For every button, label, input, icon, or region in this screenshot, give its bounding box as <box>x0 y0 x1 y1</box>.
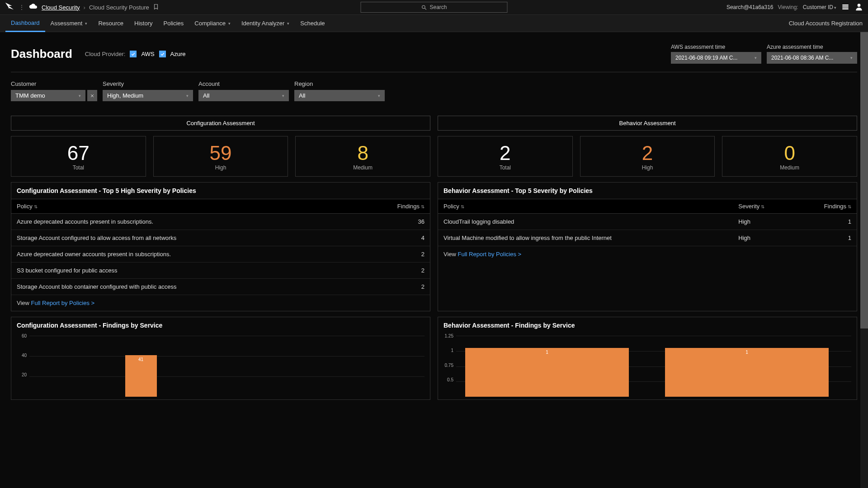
search-id: Search@41a6a316 <box>726 4 774 10</box>
nav-identity-analyzer[interactable]: Identity Analyzer▾ <box>236 15 295 32</box>
sort-icon: ⇅ <box>761 204 764 209</box>
panel-config-top5: Configuration Assessment - Top 5 High Se… <box>11 182 430 311</box>
filter-customer-label: Customer <box>11 80 97 87</box>
behavior-chart-title: Behavior Assessment - Findings by Servic… <box>438 317 857 333</box>
nav-assessment[interactable]: Assessment▾ <box>45 15 93 32</box>
svg-point-0 <box>422 5 425 9</box>
stat-config-total: 67 Total <box>11 136 146 177</box>
nav-schedule[interactable]: Schedule <box>295 15 330 32</box>
tab-behavior-assessment[interactable]: Behavior Assessment <box>438 116 857 131</box>
content-scroll[interactable]: Dashboard Cloud Provider: AWS Azure AWS … <box>0 32 868 488</box>
notifications-icon[interactable] <box>841 2 850 13</box>
search-input[interactable]: Search <box>361 2 508 13</box>
table-row[interactable]: CloudTrail logging disabledHigh1 <box>438 214 857 230</box>
table-row[interactable]: Azure deprecated owner accounts present … <box>11 246 430 263</box>
page-title: Dashboard <box>11 47 72 61</box>
nav-cloud-accounts-registration[interactable]: Cloud Accounts Registration <box>789 20 863 27</box>
viewing-dropdown[interactable]: Customer ID▾ <box>803 4 836 10</box>
breadcrumb-root[interactable]: Cloud Security <box>42 4 80 11</box>
filter-account-select[interactable]: All▾ <box>198 90 289 101</box>
behavior-col-findings[interactable]: Findings⇅ <box>794 199 857 214</box>
main-nav: Dashboard Assessment▾ Resource History P… <box>0 15 868 32</box>
scrollbar[interactable] <box>860 32 868 488</box>
table-row[interactable]: Storage Account blob container configure… <box>11 279 430 295</box>
config-col-findings[interactable]: Findings⇅ <box>354 199 430 214</box>
provider-aws: AWS <box>141 51 154 57</box>
azure-time-dropdown[interactable]: 2021-06-08 08:36 AM C...▾ <box>767 52 857 64</box>
user-avatar-icon[interactable] <box>854 2 863 13</box>
behavior-col-policy[interactable]: Policy⇅ <box>438 199 733 214</box>
search-placeholder: Search <box>429 4 447 10</box>
checkbox-azure[interactable] <box>159 51 166 57</box>
aws-time-label: AWS assessment time <box>671 44 761 50</box>
provider-azure: Azure <box>170 51 186 57</box>
cloud-icon <box>29 2 38 13</box>
breadcrumb: Cloud Security › Cloud Security Posture <box>42 4 159 11</box>
filter-region-select[interactable]: All▾ <box>294 90 385 101</box>
viewing-label: Viewing: <box>778 4 798 10</box>
svg-line-1 <box>425 8 426 9</box>
table-row[interactable]: Azure deprecated accounts present in sub… <box>11 214 430 230</box>
sort-icon: ⇅ <box>34 204 38 209</box>
stat-behavior-total: 2 Total <box>438 136 573 177</box>
filter-account-label: Account <box>198 80 289 87</box>
provider-label: Cloud Provider: <box>85 51 126 57</box>
panel-config-chart: Configuration Assessment - Findings by S… <box>11 317 430 400</box>
config-chart: 60 40 20 41 <box>11 333 430 397</box>
svg-rect-4 <box>842 8 848 9</box>
filter-customer-clear[interactable] <box>87 90 97 101</box>
sort-icon: ⇅ <box>848 204 851 209</box>
behavior-full-report-link[interactable]: Full Report by Policies > <box>458 251 522 258</box>
checkbox-aws[interactable] <box>130 51 137 57</box>
nav-compliance[interactable]: Compliance▾ <box>189 15 236 32</box>
stat-behavior-medium: 0 Medium <box>722 136 857 177</box>
behavior-col-severity[interactable]: Severity⇅ <box>733 199 794 214</box>
sort-icon: ⇅ <box>461 204 464 209</box>
behavior-chart: 1.25 1 0.75 0.5 1 1 <box>438 333 857 397</box>
behavior-top5-title: Behavior Assessment - Top 5 Severity by … <box>438 183 857 199</box>
svg-rect-2 <box>842 5 848 6</box>
bookmark-icon[interactable] <box>153 4 159 11</box>
falcon-logo-icon[interactable] <box>5 1 14 13</box>
filter-region-label: Region <box>294 80 385 87</box>
filter-severity-label: Severity <box>103 80 193 87</box>
nav-resource[interactable]: Resource <box>93 15 129 32</box>
config-full-report-link[interactable]: Full Report by Policies > <box>31 300 95 306</box>
config-top5-title: Configuration Assessment - Top 5 High Se… <box>11 183 430 199</box>
config-chart-title: Configuration Assessment - Findings by S… <box>11 317 430 333</box>
nav-policies[interactable]: Policies <box>158 15 189 32</box>
azure-time-label: Azure assessment time <box>767 44 857 50</box>
table-row[interactable]: Storage Account configured to allow acce… <box>11 230 430 246</box>
nav-history[interactable]: History <box>129 15 158 32</box>
panel-behavior-top5: Behavior Assessment - Top 5 Severity by … <box>438 182 857 311</box>
breadcrumb-current: Cloud Security Posture <box>89 4 149 11</box>
nav-dashboard[interactable]: Dashboard <box>5 15 45 32</box>
sort-icon: ⇅ <box>421 204 425 209</box>
table-row[interactable]: Virtual Machine modified to allow ingres… <box>438 230 857 246</box>
filter-customer-select[interactable]: TMM demo▾ <box>11 90 85 101</box>
svg-point-5 <box>858 4 861 7</box>
filter-severity-select[interactable]: High, Medium▾ <box>103 90 193 101</box>
table-row[interactable]: S3 bucket configured for public access2 <box>11 263 430 279</box>
panel-behavior-chart: Behavior Assessment - Findings by Servic… <box>438 317 857 400</box>
config-col-policy[interactable]: Policy⇅ <box>11 199 354 214</box>
stat-config-high: 59 High <box>153 136 288 177</box>
tab-configuration-assessment[interactable]: Configuration Assessment <box>11 116 430 131</box>
aws-time-dropdown[interactable]: 2021-06-08 09:19 AM C...▾ <box>671 52 761 64</box>
stat-config-medium: 8 Medium <box>295 136 430 177</box>
chevron-right-icon: › <box>84 4 85 11</box>
stat-behavior-high: 2 High <box>580 136 715 177</box>
app-switcher-icon[interactable]: ⋮ <box>18 4 25 11</box>
svg-rect-3 <box>842 6 848 8</box>
topbar: ⋮ Cloud Security › Cloud Security Postur… <box>0 0 868 15</box>
